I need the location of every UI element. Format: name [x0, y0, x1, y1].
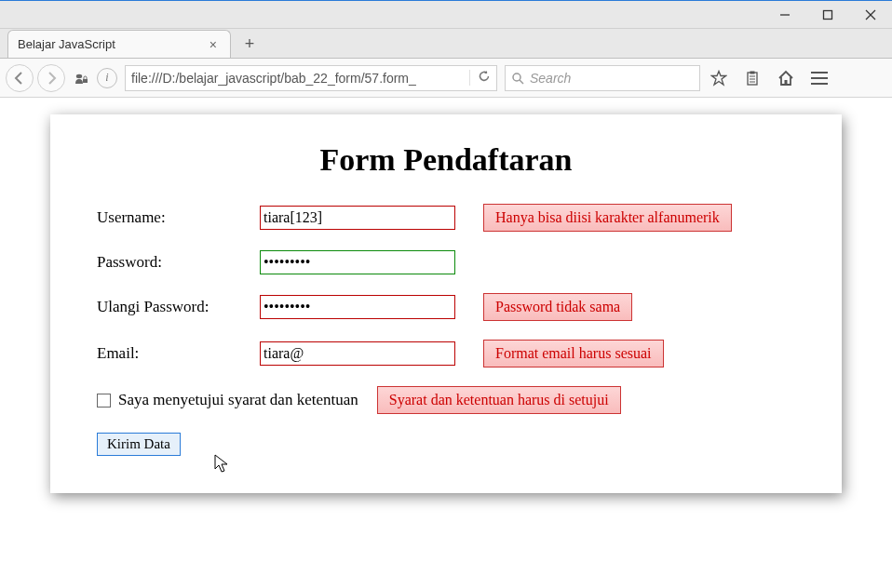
page-content: Form Pendaftaran Username: Hanya bisa di…: [0, 98, 892, 588]
forward-button[interactable]: [37, 64, 65, 92]
email-error: Format email harus sesuai: [483, 340, 664, 368]
home-icon[interactable]: [771, 63, 801, 93]
username-input[interactable]: [260, 206, 455, 230]
email-input[interactable]: [260, 341, 455, 366]
password2-label: Ulangi Password:: [97, 298, 260, 316]
svg-line-7: [520, 80, 523, 84]
menu-button[interactable]: [804, 63, 834, 93]
row-email: Email: Format email harus sesuai: [97, 340, 795, 368]
tab-title: Belajar JavaScript: [18, 37, 115, 51]
agree-label: Saya menyetujui syarat dan ketentuan: [118, 391, 358, 409]
back-button[interactable]: [6, 64, 34, 92]
row-password2: Ulangi Password: Password tidak sama: [97, 293, 795, 321]
svg-rect-1: [824, 10, 832, 19]
cursor-icon: [214, 454, 231, 474]
password2-input[interactable]: [260, 295, 455, 319]
username-label: Username:: [97, 208, 260, 227]
new-tab-button[interactable]: +: [237, 31, 263, 57]
row-username: Username: Hanya bisa diisi karakter alfa…: [97, 204, 795, 232]
maximize-button[interactable]: [806, 1, 849, 29]
info-icon[interactable]: i: [97, 68, 117, 88]
password2-error: Password tidak sama: [483, 293, 632, 321]
form-panel: Form Pendaftaran Username: Hanya bisa di…: [50, 114, 842, 493]
submit-button[interactable]: Kirim Data: [97, 433, 181, 456]
search-icon: [511, 72, 524, 85]
window-titlebar: [0, 1, 892, 29]
agree-checkbox[interactable]: [97, 394, 111, 408]
minimize-button[interactable]: [764, 1, 806, 29]
close-tab-icon[interactable]: ×: [206, 37, 221, 52]
svg-point-6: [513, 74, 520, 81]
browser-tab[interactable]: Belajar JavaScript ×: [7, 30, 231, 58]
url-bar[interactable]: file:///D:/belajar_javascript/bab_22_for…: [125, 65, 497, 91]
row-agree: Saya menyetujui syarat dan ketentuan Sya…: [97, 386, 795, 414]
url-text: file:///D:/belajar_javascript/bab_22_for…: [131, 71, 469, 86]
row-password: Password:: [97, 250, 795, 274]
tab-bar: Belajar JavaScript × +: [0, 29, 892, 59]
svg-point-4: [76, 74, 82, 77]
svg-rect-5: [83, 79, 88, 83]
svg-rect-13: [785, 80, 788, 85]
agree-error: Syarat dan ketentuan harus di setujui: [377, 386, 621, 414]
clipboard-icon[interactable]: [737, 63, 767, 93]
search-bar[interactable]: Search: [505, 65, 700, 91]
search-placeholder: Search: [530, 71, 571, 86]
email-label: Email:: [97, 344, 260, 363]
bookmark-star-icon[interactable]: [704, 63, 734, 93]
browser-toolbar: i file:///D:/belajar_javascript/bab_22_f…: [0, 59, 892, 98]
password-label: Password:: [97, 253, 260, 272]
password-input[interactable]: [260, 250, 455, 274]
svg-rect-9: [750, 71, 755, 74]
page-title: Form Pendaftaran: [97, 142, 795, 178]
close-window-button[interactable]: [849, 1, 892, 29]
username-error: Hanya bisa diisi karakter alfanumerik: [483, 204, 732, 232]
site-identity-icon[interactable]: [71, 68, 91, 88]
reload-button[interactable]: [469, 70, 491, 86]
